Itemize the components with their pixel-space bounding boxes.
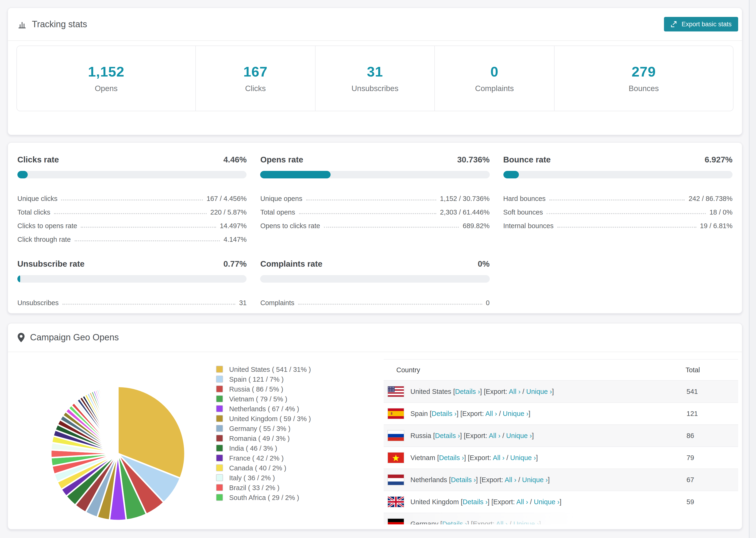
country-links: Russia [Details ›] [Export: All › / Uniq… (410, 432, 534, 439)
details-link[interactable]: Details › (435, 432, 460, 439)
legend-label: France ( 42 / 2% ) (229, 454, 284, 462)
geo-opens-card: Campaign Geo Opens United States ( 541 /… (8, 323, 742, 529)
rate-title: Clicks rate (17, 155, 59, 165)
bar-chart-icon (17, 20, 27, 29)
geo-opens-title-text: Campaign Geo Opens (30, 332, 119, 343)
geo-total-value: 121 (685, 403, 738, 425)
details-link[interactable]: Details › (439, 454, 464, 461)
legend-item-france[interactable]: France ( 42 / 2% ) (216, 453, 311, 463)
tracking-stats-title: Tracking stats (17, 19, 87, 29)
summary-stat-clicks: 167Clicks (195, 46, 315, 111)
rates-grid: Clicks rate4.46%Unique clicks167 / 4.456… (17, 155, 732, 306)
rate-progress-fill (260, 171, 331, 178)
legend-item-romania[interactable]: Romania ( 49 / 3% ) (216, 433, 311, 443)
legend-item-russia[interactable]: Russia ( 86 / 5% ) (216, 384, 311, 394)
geo-pie-chart[interactable] (47, 383, 188, 524)
rate-row: Unique opens1,152 / 30.736% (260, 189, 490, 202)
legend-swatch (216, 376, 223, 383)
rate-block-unsubscribe-rate: Unsubscribe rate0.77%Unsubscribes31 (17, 259, 247, 306)
export-unique-link[interactable]: Unique › (534, 498, 560, 506)
export-all-link[interactable]: All › (493, 454, 505, 461)
rate-row-label: Total clicks (17, 208, 50, 216)
export-all-link[interactable]: All › (505, 476, 516, 484)
legend-item-india[interactable]: India ( 46 / 3% ) (216, 443, 311, 453)
geo-opens-title: Campaign Geo Opens (17, 332, 119, 343)
geo-content: United States ( 541 / 31% )Spain ( 121 /… (8, 352, 742, 526)
rate-progress-track (260, 171, 490, 178)
legend-label: United States ( 541 / 31% ) (229, 365, 311, 373)
export-all-link[interactable]: All › (489, 432, 501, 439)
export-unique-link[interactable]: Unique › (510, 454, 536, 461)
geo-table: Country Total United States [Details ›] … (384, 359, 738, 524)
legend-item-spain[interactable]: Spain ( 121 / 7% ) (216, 374, 311, 384)
rate-block-bounce-rate: Bounce rate6.927%Hard bounces242 / 86.73… (503, 155, 732, 243)
country-links: Netherlands [Details ›] [Export: All › /… (410, 476, 550, 484)
rate-progress-fill (17, 171, 28, 178)
rate-row-value: 242 / 86.738% (689, 195, 732, 202)
rate-progress-fill (503, 171, 519, 178)
legend-item-united-kingdom[interactable]: United Kingdom ( 59 / 3% ) (216, 413, 311, 423)
rate-row-value: 2,303 / 61.446% (440, 208, 490, 216)
rate-title: Opens rate (260, 155, 303, 165)
details-link[interactable]: Details › (451, 476, 476, 484)
geo-total-value: 59 (685, 491, 738, 513)
rate-row: Soft bounces18 / 0% (503, 202, 732, 216)
tracking-stats-header: Tracking stats Export basic stats (8, 8, 742, 40)
legend-label: United Kingdom ( 59 / 3% ) (229, 415, 311, 422)
details-link[interactable]: Details › (462, 498, 487, 506)
rate-progress-track (260, 275, 490, 283)
legend-item-united-states[interactable]: United States ( 541 / 31% ) (216, 364, 311, 374)
legend-label: Italy ( 36 / 2% ) (229, 474, 275, 481)
legend-swatch (216, 366, 223, 373)
legend-item-italy[interactable]: Italy ( 36 / 2% ) (216, 473, 311, 483)
export-all-link[interactable]: All › (509, 388, 520, 395)
geo-total-value: 67 (685, 469, 738, 491)
rate-progress-fill (17, 275, 20, 283)
stat-label: Unsubscribes (351, 84, 399, 93)
geo-table-row-vietnam: Vietnam [Details ›] [Export: All › / Uni… (384, 447, 738, 469)
legend-item-vietnam[interactable]: Vietnam ( 79 / 5% ) (216, 394, 311, 404)
legend-swatch (216, 385, 223, 393)
legend-item-brazil[interactable]: Brazil ( 33 / 2% ) (216, 483, 311, 493)
legend-swatch (216, 435, 223, 442)
rate-row: Click through rate4.147% (17, 230, 247, 243)
rate-progress-track (503, 171, 732, 178)
dotted-leader (557, 227, 696, 228)
geo-table-row-united-states: United States [Details ›] [Export: All ›… (384, 381, 738, 403)
legend-swatch (216, 425, 223, 432)
page-scrollbar[interactable] (749, 0, 756, 538)
legend-item-canada[interactable]: Canada ( 40 / 2% ) (216, 463, 311, 473)
export-basic-stats-button[interactable]: Export basic stats (664, 17, 738, 31)
export-unique-link[interactable]: Unique › (526, 388, 552, 395)
rate-title: Unsubscribe rate (17, 259, 84, 269)
legend-swatch (216, 415, 223, 422)
export-all-link[interactable]: All › (516, 498, 528, 506)
gb-flag-icon (388, 497, 404, 507)
export-unique-link[interactable]: Unique › (503, 410, 528, 417)
table-fade-overlay (384, 510, 738, 524)
rate-row-value: 31 (239, 299, 246, 306)
export-icon (671, 21, 678, 28)
legend-item-germany[interactable]: Germany ( 55 / 3% ) (216, 423, 311, 433)
details-link[interactable]: Details › (455, 388, 480, 395)
stat-value: 167 (243, 64, 267, 80)
rate-row: Unique clicks167 / 4.456% (17, 189, 247, 202)
es-flag-icon (388, 408, 404, 419)
tracking-stats-card: Tracking stats Export basic stats 1,152O… (8, 8, 742, 135)
legend-label: Spain ( 121 / 7% ) (229, 375, 284, 383)
rate-row-value: 167 / 4.456% (207, 195, 247, 202)
rate-row-label: Clicks to opens rate (17, 222, 77, 230)
legend-item-netherlands[interactable]: Netherlands ( 67 / 4% ) (216, 404, 311, 413)
export-all-link[interactable]: All › (485, 410, 497, 417)
rate-row-value: 220 / 5.87% (210, 208, 247, 216)
summary-stats-row: 1,152Opens167Clicks31Unsubscribes0Compla… (17, 45, 733, 111)
rate-value: 4.46% (223, 155, 246, 165)
export-unique-link[interactable]: Unique › (506, 432, 532, 439)
dotted-leader (54, 213, 207, 214)
details-link[interactable]: Details › (432, 410, 457, 417)
export-unique-link[interactable]: Unique › (522, 476, 548, 484)
stat-value: 1,152 (88, 64, 125, 80)
rate-row: Total opens2,303 / 61.446% (260, 202, 490, 216)
pie-slice-other[interactable] (118, 386, 118, 454)
legend-item-south-africa[interactable]: South Africa ( 29 / 2% ) (216, 493, 311, 502)
